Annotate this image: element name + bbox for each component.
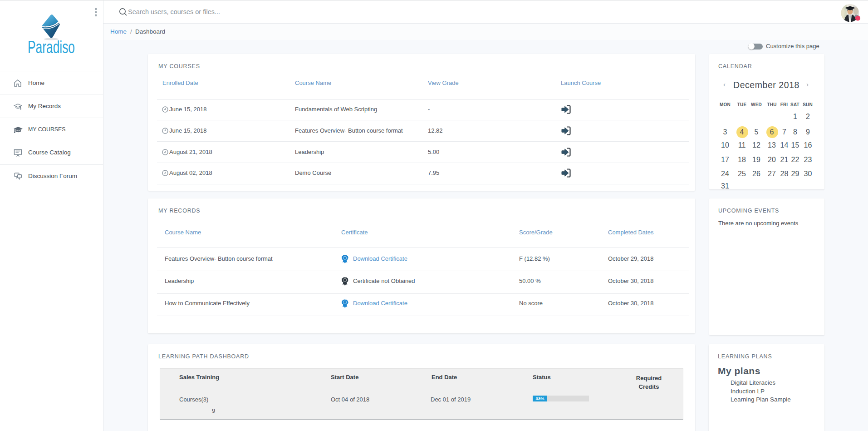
svg-text:Paradiso: Paradiso	[28, 37, 75, 55]
